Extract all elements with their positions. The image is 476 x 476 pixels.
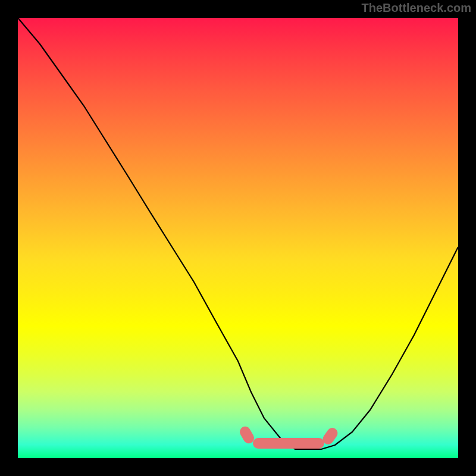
curve-svg [18, 18, 458, 458]
watermark-text: TheBottleneck.com [362, 1, 471, 15]
highlight-segment-mid [253, 438, 324, 449]
bottleneck-curve [18, 18, 458, 449]
plot-area [18, 18, 458, 458]
